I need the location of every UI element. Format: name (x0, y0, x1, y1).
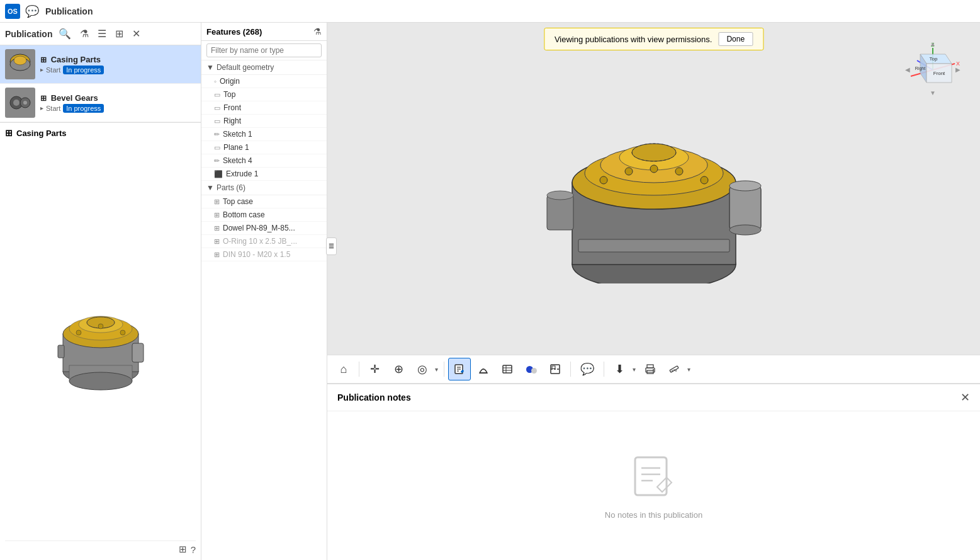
sidebar-header: Publication 🔍 ⚗ ☰ ⊞ ✕ (0, 23, 201, 45)
feature-sketch1[interactable]: ✏ Sketch 1 (201, 128, 327, 141)
sidebar: Publication 🔍 ⚗ ☰ ⊞ ✕ (0, 23, 201, 560)
section-default-geometry[interactable]: ▼ Default geometry (201, 60, 327, 75)
feature-origin[interactable]: ◦ Origin (201, 75, 327, 88)
appearance-button[interactable] (520, 358, 543, 380)
texture-icon (478, 363, 489, 375)
notes-body: No notes in this publication (327, 411, 980, 560)
origin-icon: ◦ (214, 77, 217, 85)
print-icon (645, 363, 656, 375)
collapse-features-button[interactable]: ☰ (326, 237, 337, 255)
measure-dropdown-button[interactable]: ▾ (685, 358, 692, 380)
svg-point-37 (701, 176, 708, 184)
sidebar-title: Publication (5, 29, 52, 39)
svg-text:Front: Front (933, 71, 945, 76)
sketch-icon: ✏ (214, 130, 220, 139)
measure-button[interactable] (663, 358, 685, 380)
viewer-toolbar: ⌂ ✛ ⊕ ◎ ▾ (327, 355, 980, 384)
sidebar-preview: ⊞ Casing Parts (0, 122, 201, 560)
svg-point-18 (120, 330, 125, 335)
done-button[interactable]: Done (718, 32, 753, 46)
move-button[interactable]: ⊕ (387, 358, 410, 380)
toolbar-separator-1 (359, 362, 359, 377)
svg-line-79 (657, 487, 662, 492)
grid-view-button[interactable]: ⊞ (113, 26, 126, 41)
feature-front[interactable]: ▭ Front (201, 101, 327, 115)
pub-thumb-casing-parts (5, 49, 35, 79)
pub-thumb-bevel-gears (5, 88, 35, 118)
search-button[interactable]: 🔍 (56, 26, 74, 41)
top-bar: OS 💬 Publication (0, 0, 980, 23)
svg-text:▼: ▼ (930, 89, 936, 96)
features-header: Features (268) ⚗ (201, 23, 327, 41)
feature-dowel[interactable]: ⊞ Dowel PN-89_M-85... (201, 222, 327, 235)
feature-right[interactable]: ▭ Right (201, 115, 327, 128)
notes-panel-title: Publication notes (337, 392, 960, 403)
part-icon-dowel: ⊞ (214, 224, 220, 232)
sketch4-icon: ✏ (214, 157, 220, 165)
svg-point-70 (653, 369, 654, 370)
select-button[interactable]: ◎ (411, 358, 434, 380)
pub-item-bevel-gears[interactable]: ⊞ Bevel Gears ▸ Start In progress (0, 84, 201, 122)
select-with-arrow: ◎ ▾ (411, 358, 440, 380)
main-layout: Publication 🔍 ⚗ ☰ ⊞ ✕ (0, 23, 980, 560)
filter-button[interactable]: ⚗ (77, 26, 91, 41)
status-badge-bevel: In progress (63, 104, 104, 113)
feature-top-case[interactable]: ⊞ Top case (201, 195, 327, 209)
preview-footer: ⊞ ? (5, 540, 196, 555)
download-dropdown-button[interactable]: ▾ (631, 358, 638, 380)
select-dropdown-button[interactable]: ▾ (434, 358, 440, 380)
svg-rect-28 (729, 186, 761, 230)
3d-viewport[interactable]: X Z Top Front Right ▼ ◀ ▶ ▲ (327, 23, 980, 355)
list-view-toolbar-button[interactable] (496, 358, 519, 380)
section-button[interactable] (544, 358, 566, 380)
pub-status-bevel-gears: ▸ Start In progress (40, 104, 196, 113)
pub-item-casing-parts[interactable]: ⊞ Casing Parts ▸ Start In progress (0, 45, 201, 84)
viewer-notification: Viewing publications with view permissio… (544, 28, 763, 50)
feature-extrude1[interactable]: ⬛ Extrude 1 (201, 168, 327, 181)
download-button[interactable]: ⬇ (608, 358, 631, 380)
pub-name-bevel-gears: ⊞ Bevel Gears (40, 93, 196, 103)
feature-oring[interactable]: ⊞ O-Ring 10 x 2.5 JB_... (201, 235, 327, 248)
svg-text:Right: Right (915, 66, 925, 71)
plane-icon-front: ▭ (214, 104, 220, 112)
publication-list: ⊞ Casing Parts ▸ Start In progress (0, 45, 201, 122)
expand-preview-button[interactable]: ⊞ (179, 544, 187, 555)
close-sidebar-button[interactable]: ✕ (130, 26, 143, 41)
comment-button[interactable]: 💬 (575, 358, 600, 380)
svg-point-34 (625, 168, 633, 175)
print-button[interactable] (639, 358, 662, 380)
help-preview-button[interactable]: ? (191, 544, 196, 555)
orientation-cube[interactable]: X Z Top Front Right ▼ ◀ ▶ ▲ (904, 42, 961, 98)
chat-icon[interactable]: 💬 (25, 4, 39, 18)
svg-text:▲: ▲ (930, 42, 936, 47)
svg-point-4 (13, 100, 20, 106)
extrude-icon: ⬛ (214, 170, 223, 178)
section-parts[interactable]: ▼ Parts (6) (201, 181, 327, 195)
viewer-area: Viewing publications with view permissio… (327, 23, 980, 560)
notes-empty-text: No notes in this publication (605, 510, 702, 520)
svg-text:Top: Top (930, 56, 938, 62)
app-logo: OS (5, 4, 20, 19)
top-bar-title: Publication (45, 6, 93, 16)
svg-rect-67 (647, 365, 653, 368)
svg-text:◀: ◀ (905, 66, 910, 73)
feature-plane1[interactable]: ▭ Plane 1 (201, 141, 327, 154)
features-panel: Features (268) ⚗ ▼ Default geometry ◦ Or… (201, 23, 327, 560)
feature-din910[interactable]: ⊞ DIN 910 - M20 x 1.5 (201, 248, 327, 261)
features-search-input[interactable] (206, 43, 322, 57)
notes-edit-button[interactable] (448, 358, 471, 380)
feature-top[interactable]: ▭ Top (201, 88, 327, 101)
home-button[interactable]: ⌂ (332, 358, 355, 380)
part-icon-bottom-case: ⊞ (214, 211, 220, 219)
feature-bottom-case[interactable]: ⊞ Bottom case (201, 209, 327, 222)
transform-button[interactable]: ✛ (363, 358, 386, 380)
features-filter-button[interactable]: ⚗ (313, 26, 322, 37)
svg-rect-60 (503, 365, 512, 373)
texture-button[interactable] (472, 358, 495, 380)
svg-point-33 (600, 176, 607, 184)
toolbar-separator-3 (570, 362, 571, 377)
feature-sketch4[interactable]: ✏ Sketch 4 (201, 154, 327, 168)
chevron-down-icon: ▼ (206, 63, 214, 72)
list-view-button[interactable]: ☰ (95, 26, 109, 41)
close-notes-button[interactable]: ✕ (960, 391, 970, 404)
